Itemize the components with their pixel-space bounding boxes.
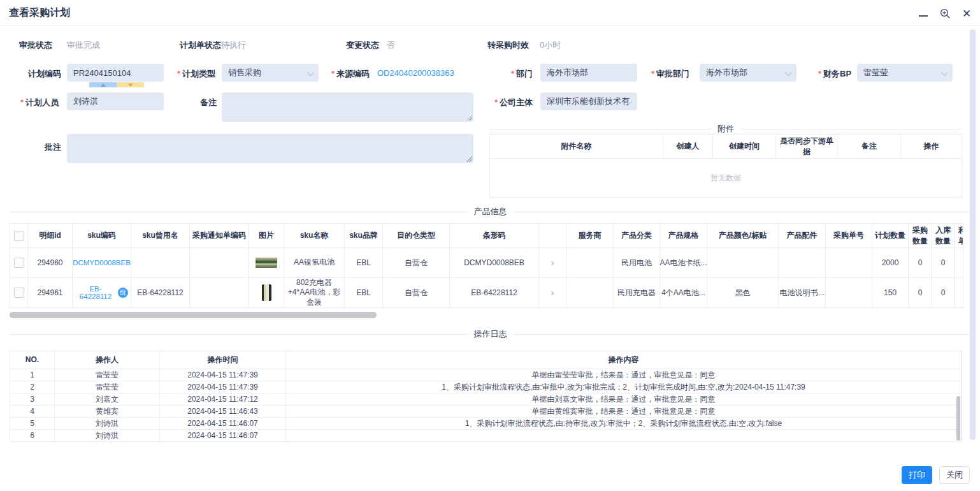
- product-cell-barcode: DCMYD0008BEB: [450, 248, 539, 278]
- horizontal-scrollbar[interactable]: [10, 312, 962, 318]
- log-cell-content: 单据由刘嘉文审批，结果是：通过，审批意见是：同意: [286, 393, 962, 406]
- product-cell-purchase_qty: 0: [909, 248, 932, 278]
- product-cell-sku_brand: EBL: [345, 278, 383, 308]
- remark-label: 备注: [200, 97, 217, 108]
- log-cell-content: 1、采购计划审批流程状态,由:审批中,改为:审批完成；2、计划审批完成时间,由:…: [286, 381, 962, 393]
- log-cell-no: 6: [10, 430, 55, 442]
- close-button[interactable]: 关闭: [939, 466, 970, 484]
- horizontal-scrollbar-thumb[interactable]: [10, 312, 377, 318]
- log-cell-content: [286, 430, 962, 442]
- close-icon[interactable]: ✕: [961, 8, 972, 19]
- log-row: 5刘诗淇2024-04-15 11:46:071、采购计划审批流程状态,由:待审…: [10, 418, 962, 430]
- plan-status-label: 计划单状态: [180, 40, 221, 51]
- stepper-up-icon[interactable]: [89, 82, 117, 87]
- finance-bp-select[interactable]: 雷莹莹: [857, 64, 953, 82]
- product-cell-accessory: 电池说明书...: [779, 278, 826, 308]
- product-cell-sku_former: [131, 248, 190, 278]
- log-cell-time: 2024-04-15 11:46:07: [160, 430, 286, 442]
- product-cell-profit: [955, 278, 963, 308]
- approve-dept-select[interactable]: 海外市场部: [700, 64, 796, 82]
- chevron-down-icon: [941, 70, 948, 77]
- select-all-checkbox[interactable]: [14, 231, 24, 241]
- planner-label: *计划人员: [20, 97, 59, 108]
- log-cell-content: 单据由雷莹莹审批，结果是：通过，审批意见是：同意: [286, 369, 962, 381]
- product-header-inbound_qty: 入库数量: [932, 224, 955, 248]
- product-header-detail_id: 明细id: [28, 224, 73, 248]
- approval-status-label: 审批状态: [19, 40, 52, 51]
- attachment-col-created: 创建时间: [713, 135, 776, 159]
- zoom-magnifier-icon[interactable]: [939, 8, 951, 19]
- annotation-textarea[interactable]: [67, 134, 473, 163]
- product-header-warehouse_type: 目的仓类型: [383, 224, 450, 248]
- product-cell-service_provider: [566, 248, 614, 278]
- expand-row-icon[interactable]: ›: [551, 258, 554, 268]
- transfer-time-label: 转采购时效: [487, 40, 529, 51]
- product-header-expand: [539, 224, 566, 248]
- change-status-label: 变更状态: [346, 40, 379, 51]
- log-cell-no: 2: [10, 381, 55, 393]
- log-cell-operator: 雷莹莹: [55, 381, 160, 393]
- operation-log-table: NO.操作人操作时间操作内容1雷莹莹2024-04-15 11:47:39单据由…: [10, 351, 962, 442]
- stepper-widget[interactable]: [89, 82, 144, 87]
- plan-type-select[interactable]: 销售采购: [222, 64, 319, 82]
- product-header-sku_former: sku曾用名: [131, 224, 190, 248]
- product-row: 294961EB-64228112组EB-64228112802充电器+4*AA…: [10, 278, 963, 308]
- transfer-time-value: 0小时: [540, 40, 561, 51]
- planner-input[interactable]: 刘诗淇: [67, 92, 164, 110]
- stepper-down-icon[interactable]: [117, 82, 144, 87]
- log-row: 4黄维宾2024-04-15 11:46:43单据由黄维宾审批，结果是：通过，审…: [10, 406, 962, 418]
- dialog-scrollbar-thumb[interactable]: [970, 29, 976, 440]
- row-checkbox[interactable]: [14, 258, 24, 268]
- log-header-row: NO.操作人操作时间操作内容: [10, 351, 962, 369]
- approve-dept-label: *审批部门: [651, 68, 689, 80]
- attachments-table: 附件名称 创建人 创建时间 是否同步下游单据 备注 操作 暂无数据: [489, 134, 962, 198]
- attachment-col-name: 附件名称: [490, 135, 663, 159]
- product-cell-sku_name: 802充电器+4*AA电池，彩盒装: [284, 278, 345, 308]
- product-cell-sku_code: DCMYD0008BEB: [73, 248, 131, 278]
- log-row: 6刘诗淇2024-04-15 11:46:07: [10, 430, 962, 442]
- print-button[interactable]: 打印: [902, 466, 932, 484]
- source-code-link[interactable]: OD24040200038363: [377, 68, 454, 78]
- product-cell-purchase_qty: 0: [909, 278, 932, 308]
- log-scrollbar-thumb[interactable]: [956, 396, 960, 441]
- product-cell-po_no: [826, 248, 872, 278]
- products-section-title: 产品信息: [474, 206, 507, 217]
- logs-section-title: 操作日志: [474, 328, 507, 340]
- log-row: 1雷莹莹2024-04-15 11:47:39单据由雷莹莹审批，结果是：通过，审…: [10, 369, 962, 381]
- product-cell-category: 民用充电器: [614, 278, 660, 308]
- attachment-col-sync: 是否同步下游单据: [776, 135, 838, 159]
- attachment-col-creator: 创建人: [663, 135, 713, 159]
- product-header-accessory: 产品配件: [779, 224, 826, 248]
- log-cell-no: 3: [10, 393, 55, 406]
- product-header-category: 产品分类: [614, 224, 660, 248]
- plan-type-label: *计划类型: [177, 68, 215, 80]
- sku-code-link[interactable]: EB-64228112: [75, 285, 116, 300]
- log-cell-operator: 刘诗淇: [55, 418, 160, 430]
- product-thumbnail-charger-icon: [262, 284, 271, 301]
- product-header-profit: 利单: [955, 224, 963, 248]
- log-header-1: 操作人: [55, 351, 160, 369]
- chevron-down-icon: [785, 70, 792, 77]
- log-header-2: 操作时间: [160, 351, 286, 369]
- company-select[interactable]: 深圳市乐能创新技术有: [540, 92, 637, 110]
- product-header-sku_brand: sku品牌: [345, 224, 383, 248]
- product-cell-warehouse_type: 自营仓: [383, 278, 450, 308]
- source-code-label: *来源编码: [331, 68, 370, 80]
- change-status-value: 否: [387, 40, 395, 51]
- remark-textarea[interactable]: [222, 92, 473, 122]
- sku-code-link[interactable]: DCMYD0008BEB: [73, 259, 131, 267]
- expand-row-icon[interactable]: ›: [551, 288, 554, 298]
- row-checkbox[interactable]: [14, 288, 24, 298]
- minimize-icon[interactable]: [918, 8, 929, 19]
- log-cell-operator: 刘嘉文: [55, 393, 160, 406]
- product-cell-plan_qty: 150: [872, 278, 909, 308]
- department-input[interactable]: 海外市场部: [540, 64, 637, 82]
- plan-code-input[interactable]: PR2404150104: [67, 64, 164, 82]
- attachment-col-action: 操作: [901, 135, 962, 159]
- product-cell-sku_name: AA镍氢电池: [284, 248, 345, 278]
- products-section-divider: 产品信息: [10, 206, 971, 217]
- log-cell-operator: 黄维宾: [55, 406, 160, 418]
- product-cell-image: [249, 248, 284, 278]
- log-cell-time: 2024-04-15 11:46:43: [160, 406, 286, 418]
- plan-status-value: 待执行: [221, 40, 246, 51]
